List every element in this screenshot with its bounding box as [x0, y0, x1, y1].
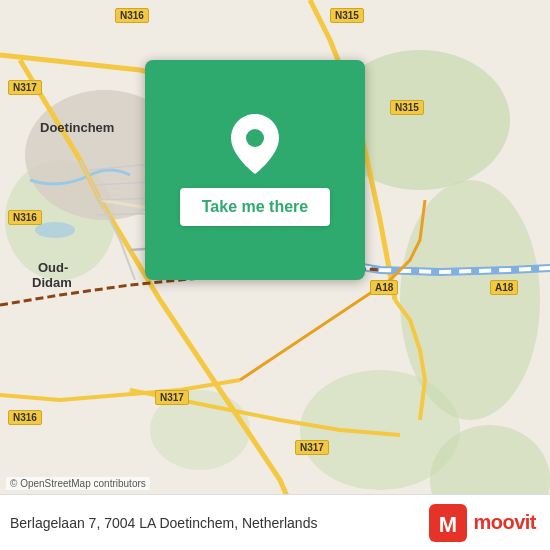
road-label-n317_left: N317 [8, 80, 42, 95]
svg-point-8 [246, 129, 264, 147]
road-label-a18_2: A18 [490, 280, 518, 295]
map-footer: Berlagelaan 7, 7004 LA Doetinchem, Nethe… [0, 494, 550, 550]
city-label-oud: Oud- [38, 260, 68, 275]
svg-text:M: M [439, 512, 457, 537]
city-label-doetinchem: Doetinchem [40, 120, 114, 135]
moovit-text: moovit [473, 511, 536, 534]
city-label-didam: Didam [32, 275, 72, 290]
map-container: N316N315N317N316N315A18A18N317N317N316 D… [0, 0, 550, 550]
moovit-logo: M moovit [429, 504, 536, 542]
location-card: Take me there [145, 60, 365, 280]
road-label-n317_bot: N317 [155, 390, 189, 405]
take-me-there-button[interactable]: Take me there [180, 188, 330, 226]
moovit-m-icon: M [429, 504, 467, 542]
address-text: Berlagelaan 7, 7004 LA Doetinchem, Nethe… [10, 515, 317, 531]
road-label-n316_mid: N316 [8, 210, 42, 225]
road-label-n315_top: N315 [330, 8, 364, 23]
road-label-n315_mid: N315 [390, 100, 424, 115]
road-label-n317_bot2: N317 [295, 440, 329, 455]
road-label-n316_top: N316 [115, 8, 149, 23]
location-pin-icon [231, 114, 279, 174]
road-label-a18_1: A18 [370, 280, 398, 295]
road-label-n316_bot: N316 [8, 410, 42, 425]
osm-copyright: © OpenStreetMap contributors [6, 477, 150, 490]
